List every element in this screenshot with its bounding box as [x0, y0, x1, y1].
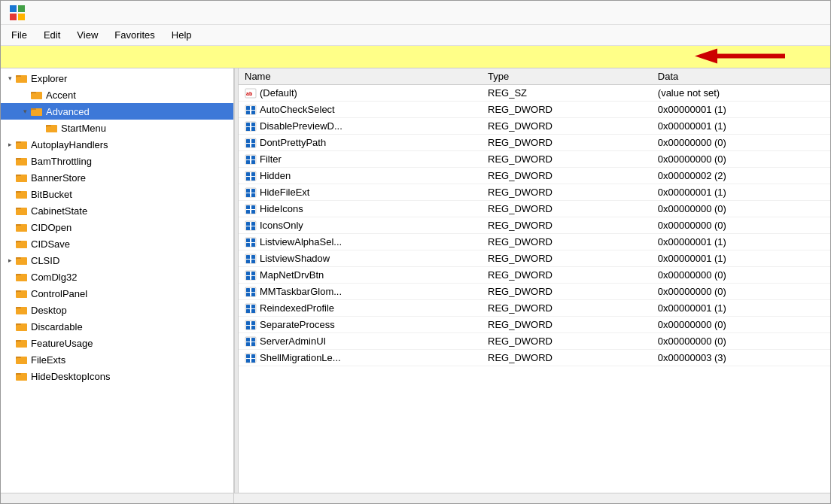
tree-item-discardable[interactable]: Discardable [1, 318, 233, 335]
table-row[interactable]: DontPrettyPathREG_DWORD0x00000000 (0) [239, 135, 830, 151]
tree-item-accent[interactable]: Accent [1, 87, 233, 103]
tree-item-clsid[interactable]: ▸ CLSID [1, 252, 233, 269]
table-row[interactable]: ab (Default)REG_SZ(value not set) [239, 85, 830, 102]
table-row[interactable]: ServerAdminUIREG_DWORD0x00000000 (0) [239, 333, 830, 350]
table-row[interactable]: DisablePreviewD...REG_DWORD0x00000001 (1… [239, 118, 830, 135]
tree-item-comdlg32[interactable]: ComDlg32 [1, 269, 233, 285]
svg-rect-70 [246, 123, 250, 126]
maximize-button[interactable] [752, 1, 787, 25]
values-pane[interactable]: Name Type Data ab (Default)REG_SZ(value … [239, 68, 830, 493]
expand-icon[interactable] [4, 304, 16, 316]
svg-rect-125 [246, 305, 250, 308]
svg-rect-118 [251, 276, 255, 280]
svg-rect-7 [17, 77, 27, 83]
expand-icon[interactable] [4, 238, 16, 250]
table-row[interactable]: MapNetDrvBtnREG_DWORD0x00000000 (0) [239, 267, 830, 284]
tree-item-cidsave[interactable]: CIDSave [1, 235, 233, 252]
svg-rect-106 [251, 238, 255, 242]
tree-pane[interactable]: ▾ Explorer Accent▾ Advanced StartMenu▸ A… [1, 68, 234, 493]
value-name-cell: ShellMigrationLe... [239, 350, 482, 366]
expand-icon[interactable]: ▾ [19, 105, 31, 117]
dword-icon [245, 187, 257, 199]
svg-rect-132 [246, 326, 250, 329]
tree-item-advanced[interactable]: ▾ Advanced [1, 103, 233, 120]
tree-item-bamthrottling[interactable]: BamThrottling [1, 153, 233, 169]
tree-item-cidopen[interactable]: CIDOpen [1, 219, 233, 235]
svg-rect-137 [246, 342, 250, 346]
folder-icon [16, 254, 28, 266]
tree-item-controlpanel[interactable]: ControlPanel [1, 285, 233, 302]
expand-icon[interactable] [4, 188, 16, 200]
value-data-cell: (value not set) [652, 85, 830, 102]
menu-item-menu-help[interactable]: Help [164, 28, 199, 42]
expand-icon[interactable]: ▸ [4, 254, 16, 266]
tree-horizontal-scrollbar[interactable] [1, 493, 234, 503]
tree-item-label: Accent [46, 90, 76, 101]
expand-icon[interactable] [4, 337, 16, 349]
expand-icon[interactable] [4, 271, 16, 283]
expand-icon[interactable] [4, 155, 16, 167]
menu-item-menu-file[interactable]: File [4, 28, 35, 42]
table-row[interactable]: FilterREG_DWORD0x00000000 (0) [239, 151, 830, 168]
table-row[interactable]: HideIconsREG_DWORD0x00000000 (0) [239, 201, 830, 217]
ab-icon: ab [245, 87, 257, 99]
expand-icon[interactable] [4, 205, 16, 217]
svg-rect-25 [17, 176, 27, 182]
tree-item-explorer[interactable]: ▾ Explorer [1, 70, 233, 87]
expand-icon[interactable]: ▸ [4, 138, 16, 150]
expand-icon[interactable] [4, 354, 16, 366]
tree-item-fileexts[interactable]: FileExts [1, 351, 233, 368]
table-row[interactable]: HiddenREG_DWORD0x00000002 (2) [239, 168, 830, 184]
tree-item-autoplayhandlers[interactable]: ▸ AutoplayHandlers [1, 136, 233, 153]
svg-rect-120 [246, 288, 250, 292]
tree-item-startmenu[interactable]: StartMenu [1, 120, 233, 136]
table-row[interactable]: IconsOnlyREG_DWORD0x00000000 (0) [239, 217, 830, 234]
value-name: ListviewAlphaSel... [260, 236, 342, 247]
dword-icon [245, 269, 257, 281]
minimize-button[interactable] [717, 1, 752, 25]
close-button[interactable] [787, 1, 821, 25]
value-data-cell: 0x00000000 (0) [652, 151, 830, 168]
svg-rect-123 [251, 293, 255, 296]
tree-item-label: ComDlg32 [31, 272, 77, 283]
column-header-name[interactable]: Name [239, 68, 482, 85]
table-row[interactable]: ShellMigrationLe...REG_DWORD0x00000003 (… [239, 350, 830, 366]
value-name: Hidden [260, 170, 291, 181]
tree-item-label: StartMenu [61, 123, 106, 134]
column-header-type[interactable]: Type [482, 68, 652, 85]
tree-item-hidedesktopicons[interactable]: HideDesktopIcons [1, 368, 233, 384]
table-row[interactable]: ListviewAlphaSel...REG_DWORD0x00000001 (… [239, 234, 830, 250]
svg-rect-83 [251, 160, 255, 164]
table-row[interactable]: MMTaskbarGlom...REG_DWORD0x00000000 (0) [239, 284, 830, 300]
svg-rect-76 [251, 139, 255, 143]
table-row[interactable]: HideFileExtREG_DWORD0x00000001 (1) [239, 184, 830, 201]
tree-item-desktop[interactable]: Desktop [1, 302, 233, 318]
value-name-cell: HideIcons [239, 201, 482, 217]
tree-item-bannerstore[interactable]: BannerStore [1, 169, 233, 186]
value-name-cell: SeparateProcess [239, 317, 482, 333]
expand-icon[interactable] [4, 320, 16, 332]
expand-icon[interactable] [4, 172, 16, 184]
folder-icon [16, 221, 28, 233]
menu-item-menu-favorites[interactable]: Favorites [107, 28, 162, 42]
expand-icon[interactable] [4, 221, 16, 233]
table-row[interactable]: ListviewShadowREG_DWORD0x00000001 (1) [239, 250, 830, 267]
tree-item-cabinetstate[interactable]: CabinetState [1, 202, 233, 219]
menu-item-menu-view[interactable]: View [69, 28, 105, 42]
expand-icon[interactable] [4, 287, 16, 299]
expand-icon[interactable] [19, 89, 31, 101]
table-row[interactable]: SeparateProcessREG_DWORD0x00000000 (0) [239, 317, 830, 333]
tree-item-featureusage[interactable]: FeatureUsage [1, 335, 233, 351]
menu-item-menu-edit[interactable]: Edit [36, 28, 68, 42]
value-name: AutoCheckSelect [260, 104, 335, 115]
expand-icon[interactable] [4, 370, 16, 382]
tree-item-bitbucket[interactable]: BitBucket [1, 186, 233, 202]
expand-icon[interactable]: ▾ [4, 72, 16, 84]
column-header-data[interactable]: Data [652, 68, 830, 85]
table-row[interactable]: ReindexedProfileREG_DWORD0x00000001 (1) [239, 300, 830, 317]
table-row[interactable]: AutoCheckSelectREG_DWORD0x00000001 (1) [239, 102, 830, 118]
expand-icon[interactable] [34, 122, 46, 134]
values-horizontal-scrollbar[interactable] [234, 493, 830, 503]
value-name: (Default) [260, 87, 297, 99]
svg-rect-22 [17, 159, 27, 165]
